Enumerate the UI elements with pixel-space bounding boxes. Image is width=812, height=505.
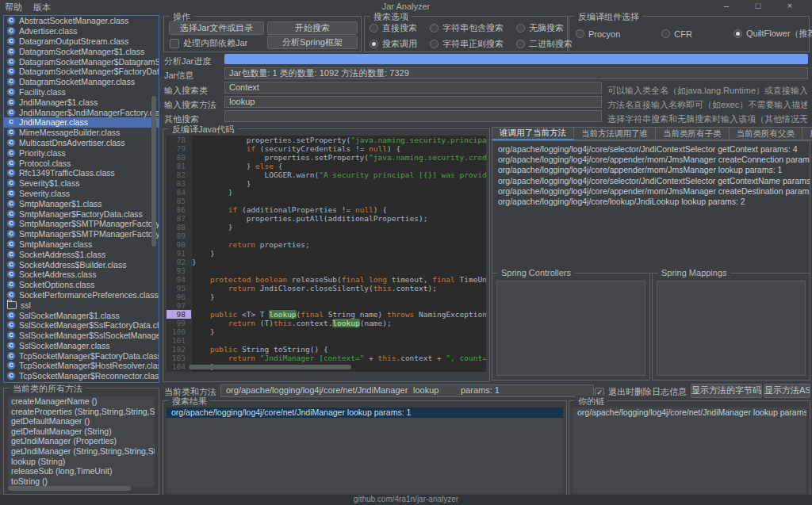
methods-list[interactable]: createManagerName ()createProperties (St… xyxy=(8,396,155,487)
sidebar-item[interactable]: CDatagramSocketManager$FactoryData.class xyxy=(4,67,159,77)
sidebar-item[interactable]: CSslSocketManager$SslSocketManagerFactor… xyxy=(4,331,159,341)
chain-item[interactable]: org/apache/logging/log4j/core/net/JndiMa… xyxy=(573,407,806,418)
radio-option[interactable]: QuiltFlower（推荐） xyxy=(733,28,812,40)
tab-4[interactable]: 历史 xyxy=(802,127,812,140)
sidebar-item[interactable]: CMimeMessageBuilder.class xyxy=(4,128,159,138)
start-search-button[interactable]: 开始搜索 xyxy=(267,21,358,35)
analyze-spring-button[interactable]: 分析Spring框架 xyxy=(267,36,358,49)
sidebar-item[interactable]: CAdvertiser.class xyxy=(4,26,159,36)
calls-list[interactable]: org/apache/logging/log4j/core/selector/J… xyxy=(492,140,810,274)
method-item[interactable]: createProperties (String,String,String,S… xyxy=(8,407,155,417)
radio-icon[interactable] xyxy=(661,29,670,38)
call-item[interactable]: org/apache/logging/log4j/core/lookup/Jnd… xyxy=(492,197,810,207)
spring-mappings-list[interactable] xyxy=(657,281,806,376)
call-item[interactable]: org/apache/logging/log4j/core/selector/J… xyxy=(492,144,810,155)
menu-item[interactable]: 版本 xyxy=(33,2,51,13)
method-item[interactable]: getJndiManager (Properties) xyxy=(8,436,155,446)
method-item[interactable]: lookup (String) xyxy=(8,457,155,467)
sidebar-item[interactable]: ssl xyxy=(4,300,159,310)
sidebar-item[interactable]: CSmtpManager$1.class xyxy=(4,198,159,209)
search-class-input[interactable] xyxy=(224,82,602,94)
sidebar-item[interactable]: CSocketAddress$Builder.class xyxy=(4,259,159,270)
sidebar-item[interactable]: CSocketPerformancePreferences.class xyxy=(4,290,159,300)
sidebar-item[interactable]: CDatagramSocketManager.class xyxy=(4,77,159,87)
result-item[interactable]: org/apache/logging/log4j/core/net/JndiMa… xyxy=(167,407,563,418)
method-item[interactable]: getDefaultManager () xyxy=(8,416,155,427)
sidebar-item[interactable]: CDatagramSocketManager$DatagramSocketM xyxy=(4,56,159,67)
methods-scrollbar[interactable] xyxy=(8,486,131,491)
radio-icon[interactable] xyxy=(430,40,439,48)
show-bytecode-button[interactable]: 显示方法的字节码 xyxy=(691,384,762,398)
sidebar-item[interactable]: CJndiManager$JndiManagerFactory.class xyxy=(4,107,159,117)
radio-icon[interactable] xyxy=(516,24,525,33)
menu-item[interactable]: 帮助 xyxy=(5,2,22,13)
scrollbar-thumb[interactable] xyxy=(151,96,156,247)
sidebar-item[interactable]: CSocketAddress.class xyxy=(4,270,159,280)
radio-option[interactable]: 无脑搜索 xyxy=(516,22,573,34)
close-icon[interactable]: × xyxy=(774,0,806,13)
call-item[interactable]: org/apache/logging/log4j/core/appender/m… xyxy=(492,165,810,175)
sidebar-item[interactable]: CDatagramOutputStream.class xyxy=(4,36,159,47)
radio-icon[interactable] xyxy=(516,40,525,48)
sidebar-item[interactable]: CFacility.class xyxy=(4,87,159,98)
sidebar-item[interactable]: CSocketAddress$1.class xyxy=(4,249,159,259)
search-method-input[interactable] xyxy=(224,96,602,108)
sidebar-item[interactable]: CTcpSocketManager$Reconnector.class xyxy=(4,371,159,381)
class-list-scrollbar[interactable] xyxy=(151,17,156,380)
results-list[interactable]: org/apache/logging/log4j/core/net/JndiMa… xyxy=(167,407,563,493)
radio-icon[interactable] xyxy=(576,29,584,38)
sidebar-item[interactable]: CPriority.class xyxy=(4,147,159,158)
radio-icon[interactable] xyxy=(430,24,439,33)
radio-option[interactable]: 直接搜索 xyxy=(370,22,417,34)
sidebar-item[interactable]: CSmtpManager$SMTPManagerFactory$1.class xyxy=(4,219,159,229)
radio-icon[interactable] xyxy=(733,29,742,38)
tab-0[interactable]: 谁调用了当前方法 xyxy=(492,127,574,140)
footer-link[interactable]: github.com/4ra1n/jar-analyzer xyxy=(0,495,812,505)
checkbox-icon[interactable] xyxy=(170,39,179,48)
sidebar-item[interactable]: CDatagramSocketManager$1.class xyxy=(4,46,159,56)
sidebar-item[interactable]: CSslSocketManager$SslFactoryData.class xyxy=(4,320,159,331)
sidebar-item[interactable]: CTcpSocketManager$FactoryData.class xyxy=(4,350,159,361)
sidebar-item[interactable]: CRfc1349TrafficClass.class xyxy=(4,168,159,178)
inner-jar-checkbox[interactable]: 处理内部依赖Jar xyxy=(170,37,247,49)
sidebar-item[interactable]: CProtocol.class xyxy=(4,158,159,168)
chain-list[interactable]: org/apache/logging/log4j/core/net/JndiMa… xyxy=(573,407,806,493)
method-item[interactable]: getDefaultManager (String) xyxy=(8,427,155,437)
radio-option[interactable]: 搜索调用 xyxy=(370,38,417,50)
sidebar-item[interactable]: CSslSocketManager.class xyxy=(4,341,159,351)
other-search-input[interactable] xyxy=(224,110,602,122)
code-scrollbar[interactable] xyxy=(189,365,351,369)
maximize-icon[interactable]: □ xyxy=(742,0,774,13)
minimize-icon[interactable]: – xyxy=(710,0,742,13)
method-item[interactable]: getJndiManager (String,String,String,Str… xyxy=(8,446,155,457)
radio-option[interactable]: 字符串正则搜索 xyxy=(430,38,504,50)
sidebar-item[interactable]: CTcpSocketManager$HostResolver.class xyxy=(4,361,159,371)
select-jar-button[interactable]: 选择Jar文件或目录 xyxy=(169,21,264,35)
call-item[interactable]: org/apache/logging/log4j/core/appender/m… xyxy=(492,155,810,165)
sidebar-item[interactable]: CSocketOptions.class xyxy=(4,280,159,290)
sidebar-item[interactable]: CSslSocketManager$1.class xyxy=(4,310,159,320)
sidebar-item[interactable]: CAbstractSocketManager.class xyxy=(4,16,159,26)
class-list[interactable]: CAbstractSocketManager.classCAdvertiser.… xyxy=(3,15,159,383)
sidebar-item[interactable]: CSmtpManager$SMTPManagerFactory.class xyxy=(4,229,159,239)
radio-option[interactable]: CFR xyxy=(661,28,692,40)
sidebar-item[interactable]: CJndiManager$1.class xyxy=(4,97,159,107)
tab-1[interactable]: 当前方法调用了谁 xyxy=(574,127,656,140)
method-item[interactable]: createManagerName () xyxy=(8,396,155,407)
sidebar-item[interactable]: CSmtpManager$FactoryData.class xyxy=(4,209,159,219)
tab-3[interactable]: 当前类所有父类 xyxy=(730,127,803,140)
method-item[interactable]: releaseSub (long,TimeUnit) xyxy=(8,466,155,476)
sidebar-item[interactable]: CSeverity$1.class xyxy=(4,178,159,189)
call-item[interactable]: org/apache/logging/log4j/core/appender/m… xyxy=(492,186,810,197)
sidebar-item[interactable]: CJndiManager.class xyxy=(4,117,159,128)
radio-option[interactable]: 字符串包含搜索 xyxy=(430,22,504,34)
sidebar-item[interactable]: CSeverity.class xyxy=(4,189,159,199)
radio-option[interactable]: Procyon xyxy=(576,28,620,40)
method-item[interactable]: toString () xyxy=(8,476,155,487)
code-editor[interactable]: 78 properties.setProperty("java.naming.s… xyxy=(167,136,486,372)
radio-icon[interactable] xyxy=(370,40,378,48)
radio-option[interactable]: 二进制搜索 xyxy=(516,38,573,50)
delete-log-checkbox[interactable]: ✓ 退出时删除日志信息 xyxy=(595,386,687,398)
sidebar-item[interactable]: CSmtpManager.class xyxy=(4,239,159,250)
tab-2[interactable]: 当前类所有子类 xyxy=(656,127,730,140)
